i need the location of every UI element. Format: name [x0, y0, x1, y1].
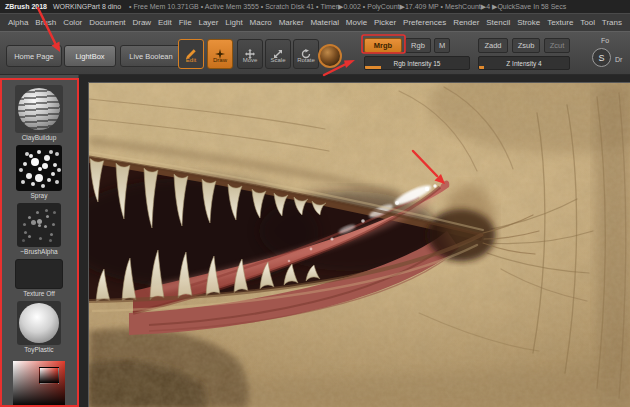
menu-item-layer[interactable]: Layer — [198, 18, 218, 27]
texture-off-slot[interactable]: Texture Off — [15, 259, 63, 298]
mrgb-button[interactable]: Mrgb — [364, 38, 402, 53]
brushalpha-thumbnail-icon — [17, 203, 61, 247]
menu-item-edit[interactable]: Edit — [158, 18, 172, 27]
move-arrows-icon — [245, 45, 255, 55]
live-boolean-button[interactable]: Live Boolean — [120, 45, 182, 67]
lightbox-button[interactable]: LightBox — [64, 45, 116, 67]
toyplastic-thumbnail-icon — [17, 301, 61, 345]
rgb-intensity-label: Rgb Intensity 15 — [394, 60, 441, 67]
current-material-sphere[interactable] — [318, 44, 342, 68]
menu-item-texture[interactable]: Texture — [547, 18, 573, 27]
pencil-icon — [186, 45, 196, 55]
zbrush-window: ZBrush 2018 WORKINGPart 8 dino • Free Me… — [0, 0, 630, 407]
menu-item-color[interactable]: Color — [63, 18, 82, 27]
spray-thumbnail-icon — [16, 145, 62, 191]
z-intensity-slider[interactable]: Z Intensity 4 — [478, 56, 570, 70]
sculptris-pro-button[interactable]: S — [592, 48, 611, 67]
menu-item-stroke[interactable]: Stroke — [517, 18, 540, 27]
scale-label: Scale — [270, 57, 285, 63]
draw-label: Draw — [213, 57, 227, 63]
menu-item-light[interactable]: Light — [225, 18, 242, 27]
home-page-button[interactable]: Home Page — [6, 45, 62, 67]
menu-item-movie[interactable]: Movie — [346, 18, 367, 27]
menu-item-macro[interactable]: Macro — [250, 18, 272, 27]
menu-item-alpha[interactable]: Alpha — [8, 18, 28, 27]
rotate-arrow-icon — [301, 45, 311, 55]
brush-palette-tray: ClayBuildup Spray ~BrushAlpha Texture Of… — [0, 75, 79, 407]
color-picker[interactable] — [12, 361, 66, 407]
texture-off-thumbnail-icon — [15, 259, 63, 289]
edit-mode-button[interactable]: Edit — [178, 39, 204, 69]
brush-label-textureoff: Texture Off — [23, 290, 55, 298]
zsub-button[interactable]: Zsub — [512, 38, 540, 53]
color-inner-swatch — [39, 367, 59, 384]
menu-item-material[interactable]: Material — [310, 18, 338, 27]
scale-mode-button[interactable]: Scale — [265, 39, 291, 69]
dinosaur-sculpt-render — [89, 83, 630, 407]
menu-item-document[interactable]: Document — [89, 18, 125, 27]
draw-star-icon — [215, 45, 225, 55]
brush-claybuildup[interactable]: ClayBuildup — [15, 85, 63, 142]
alpha-brushalpha[interactable]: ~BrushAlpha — [17, 203, 61, 256]
menu-item-brush[interactable]: Brush — [35, 18, 56, 27]
zadd-button[interactable]: Zadd — [478, 38, 508, 53]
zcut-button[interactable]: Zcut — [544, 38, 570, 53]
top-shelf: Home Page LightBox Live Boolean Edit Dra… — [0, 31, 630, 75]
brush-label-toyplastic: ToyPlastic — [24, 346, 53, 354]
material-toyplastic[interactable]: ToyPlastic — [17, 301, 61, 354]
menu-item-tool[interactable]: Tool — [580, 18, 595, 27]
stroke-spray[interactable]: Spray — [16, 145, 62, 200]
z-intensity-fill — [479, 66, 484, 69]
menu-item-draw[interactable]: Draw — [132, 18, 151, 27]
title-bar: ZBrush 2018 WORKINGPart 8 dino • Free Me… — [0, 0, 630, 13]
rotate-mode-button[interactable]: Rotate — [293, 39, 319, 69]
rotate-label: Rotate — [297, 57, 315, 63]
menu-item-render[interactable]: Render — [453, 18, 479, 27]
rgb-intensity-slider[interactable]: Rgb Intensity 15 — [364, 56, 470, 70]
draw-mode-button[interactable]: Draw — [207, 39, 233, 69]
document-viewport[interactable] — [88, 82, 630, 407]
rgb-intensity-fill — [365, 66, 381, 69]
scale-arrows-icon — [273, 45, 283, 55]
edit-label: Edit — [186, 57, 196, 63]
app-title: ZBrush 2018 — [5, 3, 47, 10]
menu-bar: Alpha Brush Color Document Draw Edit Fil… — [0, 13, 630, 31]
move-mode-button[interactable]: Move — [237, 39, 263, 69]
claybuildup-thumbnail-icon — [15, 85, 63, 133]
focal-shift-label-truncated: Fo — [601, 37, 609, 44]
document-name: WORKINGPart 8 dino — [53, 3, 121, 10]
brush-label-spray: Spray — [31, 192, 48, 200]
move-label: Move — [243, 57, 258, 63]
m-button[interactable]: M — [434, 38, 450, 53]
brush-label-brushalpha: ~BrushAlpha — [20, 248, 57, 256]
brush-label-claybuildup: ClayBuildup — [22, 134, 57, 142]
z-intensity-label: Z Intensity 4 — [506, 60, 541, 67]
canvas-area[interactable] — [79, 75, 630, 407]
color-gradient-square[interactable] — [13, 361, 65, 407]
menu-item-picker[interactable]: Picker — [374, 18, 396, 27]
menu-item-transform[interactable]: Trans — [602, 18, 622, 27]
draw-size-label-truncated: Dr — [615, 56, 622, 63]
menu-item-file[interactable]: File — [179, 18, 192, 27]
menu-item-stencil[interactable]: Stencil — [486, 18, 510, 27]
menu-item-preferences[interactable]: Preferences — [403, 18, 446, 27]
rgb-button[interactable]: Rgb — [405, 38, 431, 53]
menu-item-marker[interactable]: Marker — [279, 18, 304, 27]
title-stats: • Free Mem 10.371GB • Active Mem 3555 • … — [129, 3, 566, 10]
